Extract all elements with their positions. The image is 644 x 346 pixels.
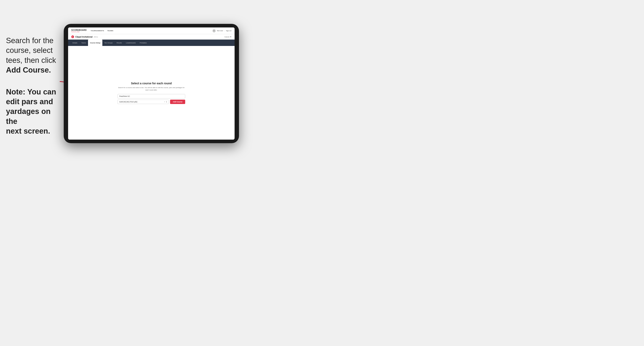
tablet-screen: SCOREBOARD Powered by clippd TOURNAMENTS… xyxy=(68,27,234,140)
nav-separator: | xyxy=(224,30,224,32)
main-content: Select a course for each round Search fo… xyxy=(68,46,234,140)
logo-area: SCOREBOARD Powered by clippd xyxy=(71,29,86,32)
nav-tournaments[interactable]: TOURNAMENTS xyxy=(90,29,104,32)
tee-select-dropdown[interactable]: Gold (M) (M) (7010 yds) × ▲ ▼ xyxy=(118,100,169,104)
tournament-name: Clippd Invitational xyxy=(75,36,92,38)
annotation-line3: tees, then click xyxy=(6,55,62,65)
top-nav-bar: SCOREBOARD Powered by clippd TOURNAMENTS… xyxy=(68,27,234,34)
tee-select-value: Gold (M) (M) (7010 yds) xyxy=(119,101,138,103)
tab-teams[interactable]: Teams xyxy=(79,40,88,46)
select-description: Search for a course and select a tee. Yo… xyxy=(118,86,185,91)
tournament-gender: (Men) xyxy=(94,36,98,38)
user-label: Test User xyxy=(217,30,223,32)
tournament-header: C Clippd Invitational (Men) Cancel ✕ xyxy=(68,34,234,40)
course-search-input[interactable] xyxy=(118,94,185,98)
nav-links: TOURNAMENTS TEAMS xyxy=(90,29,212,32)
note-line4: next screen. xyxy=(6,126,62,136)
cancel-label: Cancel xyxy=(224,36,230,38)
tab-course-setup[interactable]: Course Setup xyxy=(88,40,102,46)
tee-clear-icon[interactable]: × xyxy=(164,101,165,103)
logo-sub: Powered by clippd xyxy=(71,31,86,32)
tee-chevron-icon: ▲ ▼ xyxy=(166,101,167,103)
annotation-note: Note: You can edit pars and yardages on … xyxy=(6,87,62,136)
top-nav-right: T Test User | Sign out xyxy=(212,29,232,32)
nav-teams[interactable]: TEAMS xyxy=(107,29,114,32)
user-avatar: T xyxy=(212,29,216,32)
cancel-x-icon: ✕ xyxy=(230,36,232,38)
note-line3: yardages on the xyxy=(6,107,62,126)
logo-text: SCOREBOARD xyxy=(71,29,86,31)
tab-tee-groups[interactable]: Tee Groups xyxy=(102,40,114,46)
select-title: Select a course for each round xyxy=(131,82,172,85)
annotation-line1: Search for the xyxy=(6,36,62,45)
tournament-icon: C xyxy=(71,35,74,38)
annotation-line2: course, select xyxy=(6,45,62,55)
tablet-device: SCOREBOARD Powered by clippd TOURNAMENTS… xyxy=(64,24,239,143)
cancel-button[interactable]: Cancel ✕ xyxy=(224,36,232,38)
add-course-button[interactable]: Add Course xyxy=(170,100,185,104)
sign-out-link[interactable]: Sign out xyxy=(226,30,232,32)
tab-bar: Details Teams Course Setup Tee Groups Re… xyxy=(68,40,234,46)
tab-details[interactable]: Details xyxy=(70,40,79,46)
tee-select-controls: × ▲ ▼ xyxy=(164,101,167,103)
tab-printables[interactable]: Printables xyxy=(138,40,149,46)
tab-results[interactable]: Results xyxy=(114,40,124,46)
left-annotation: Search for the course, select tees, then… xyxy=(6,36,62,136)
note-line2: edit pars and xyxy=(6,97,62,107)
note-line1: Note: You can xyxy=(6,87,62,97)
tab-leaderboards[interactable]: Leaderboards xyxy=(124,40,138,46)
annotation-line4: Add Course. xyxy=(6,65,62,75)
tournament-title-area: C Clippd Invitational (Men) xyxy=(71,35,98,38)
course-select-area: Select a course for each round Search fo… xyxy=(118,82,185,104)
tee-select-row: Gold (M) (M) (7010 yds) × ▲ ▼ Add Course xyxy=(118,100,185,104)
